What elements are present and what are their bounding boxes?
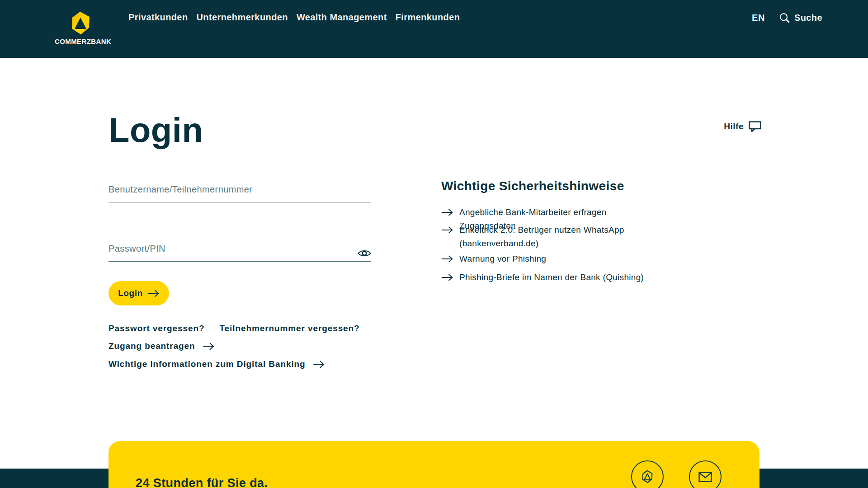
arrow-right-icon [313,361,325,368]
digital-banking-info-link[interactable]: Wichtige Informationen zum Digital Banki… [108,359,325,369]
banner-heading: 24 Stunden für Sie da. [136,476,268,488]
digital-banking-info-label: Wichtige Informationen zum Digital Banki… [108,359,306,369]
arrow-right-icon [441,226,453,250]
header: COMMERZBANK Privatkunden Unternehmerkund… [0,0,868,58]
nav-item-unternehmerkunden[interactable]: Unternehmerkunden [197,12,288,23]
arrow-right-icon [203,343,215,350]
security-link-label: Phishing-Briefe im Namen der Bank (Quish… [459,271,644,284]
login-button-label: Login [118,288,143,298]
search-button[interactable]: Suche [779,12,822,23]
security-link-enkeltrick[interactable]: Enkeltrick 2.0: Betrüger nutzen WhatsApp… [441,223,649,250]
security-heading: Wichtige Sicherheitshinweise [441,179,624,193]
request-access-link[interactable]: Zugang beantragen [108,341,215,351]
header-right: EN Suche [752,12,822,23]
nav-item-privatkunden[interactable]: Privatkunden [128,12,188,23]
help-link[interactable]: Hilfe [724,121,761,132]
eye-icon [358,249,371,258]
security-link-phishing-warnung[interactable]: Warnung vor Phishing [441,252,546,266]
password-input[interactable] [108,244,371,258]
password-visibility-toggle[interactable] [358,249,371,258]
help-label: Hilfe [724,122,744,131]
speech-bubble-icon [749,121,761,132]
password-field [108,244,371,262]
request-access-label: Zugang beantragen [108,341,195,351]
contact-branch-button[interactable] [631,460,664,488]
forgot-password-link[interactable]: Passwort vergessen? [108,324,204,333]
logo-wordmark: COMMERZBANK [55,38,106,45]
nav-item-wealth-management[interactable]: Wealth Management [297,12,387,23]
arrow-right-icon [148,290,160,297]
search-label: Suche [794,13,822,23]
commerzbank-emblem-icon [640,470,655,483]
arrow-right-icon [441,274,453,284]
contact-mail-button[interactable] [689,460,722,488]
page-title: Login [108,113,203,147]
forgot-participant-number-link[interactable]: Teilnehmernummer vergessen? [219,324,359,333]
forgot-links-row: Passwort vergessen? Teilnehmernummer ver… [108,324,360,333]
envelope-icon [698,472,712,482]
commerzbank-emblem-icon [55,11,106,35]
username-input[interactable] [108,184,371,199]
main-nav: Privatkunden Unternehmerkunden Wealth Ma… [128,12,460,23]
username-field [108,184,371,202]
language-toggle[interactable]: EN [752,13,765,23]
search-icon [779,12,790,23]
nav-item-firmenkunden[interactable]: Firmenkunden [396,12,460,23]
arrow-right-icon [441,255,453,266]
security-link-label: Enkeltrick 2.0: Betrüger nutzen WhatsApp… [459,223,649,250]
login-button[interactable]: Login [108,281,169,305]
support-banner: 24 Stunden für Sie da. [108,441,760,488]
commerzbank-logo[interactable]: COMMERZBANK [55,11,106,45]
security-link-quishing[interactable]: Phishing-Briefe im Namen der Bank (Quish… [441,271,644,284]
security-link-label: Warnung vor Phishing [459,252,546,266]
